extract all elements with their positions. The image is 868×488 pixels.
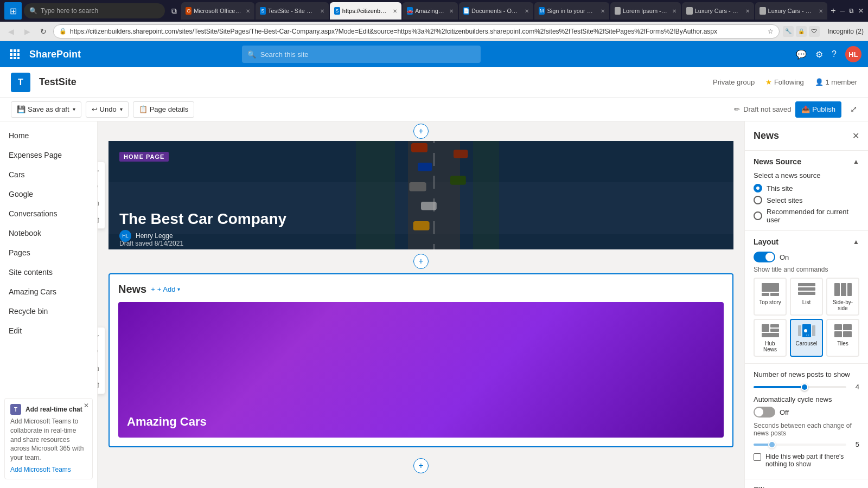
news-source-collapse-button[interactable]: ▲ [853, 158, 859, 165]
show-title-toggle[interactable] [754, 252, 775, 262]
page-details-button[interactable]: 📋 Page details [133, 101, 195, 118]
help-icon[interactable]: ? [832, 49, 837, 59]
ext-icon-1[interactable]: 🔧 [783, 26, 794, 37]
browser-tab-0[interactable]: O Microsoft Office Home ✕ [181, 2, 254, 20]
taskbar-minimize-icon[interactable]: ─ [840, 7, 845, 15]
tab-close-icon[interactable]: ✕ [819, 8, 823, 14]
tab-close-icon[interactable]: ✕ [246, 8, 250, 14]
undo-chevron[interactable]: ▾ [120, 106, 123, 112]
forward-button[interactable]: ▶ [21, 25, 34, 38]
nav-recycle-bin[interactable]: Recycle bin [0, 301, 97, 321]
browser-tab-8[interactable]: Luxury Cars - Sedans ✕ [755, 2, 827, 20]
panel-close-button[interactable]: ✕ [852, 131, 859, 141]
radio-this-site[interactable]: This site [754, 184, 859, 192]
nav-amazing-cars[interactable]: Amazing Cars [0, 282, 97, 301]
sharepoint-logo[interactable]: SharePoint [29, 49, 81, 60]
layout-list[interactable]: List [790, 278, 823, 316]
new-tab-button[interactable]: + [828, 4, 838, 18]
taskbar-search[interactable]: 🔍 Type here to search [24, 3, 165, 18]
taskbar-taskview[interactable]: ⧉ [169, 4, 179, 18]
windows-start-button[interactable]: ⊞ [4, 2, 22, 20]
edit-webpart-button[interactable]: ✏ [98, 163, 104, 178]
browser-tab-6[interactable]: Lorem Ipsum - All the ✕ [610, 2, 681, 20]
browser-tab-4[interactable]: 📄 Documents - OneDrive ✕ [459, 2, 533, 20]
layout-side-by-side[interactable]: Side-by-side [826, 278, 859, 316]
browser-tab-5[interactable]: M Sign in to your accou... ✕ [534, 2, 609, 20]
chat-promo-close-button[interactable]: ✕ [84, 402, 89, 409]
members-label[interactable]: 👤 1 member [815, 78, 857, 86]
layout-carousel[interactable]: Carousel [790, 319, 823, 357]
following-button[interactable]: ★ Following [765, 78, 804, 86]
duplicate-webpart-button[interactable]: ⧉ [98, 196, 104, 211]
tab-close-icon[interactable]: ✕ [320, 8, 324, 14]
tab-close-icon[interactable]: ✕ [745, 8, 750, 14]
save-draft-chevron[interactable]: ▾ [73, 106, 75, 112]
back-button[interactable]: ◀ [4, 25, 17, 38]
taskbar-close-icon[interactable]: ✕ [858, 7, 864, 15]
svg-point-38 [804, 329, 807, 332]
bookmark-icon[interactable]: ☆ [768, 28, 774, 35]
hide-webpart-checkbox[interactable] [754, 453, 761, 461]
search-icon: 🔍 [29, 7, 37, 15]
add-section-button-bottom[interactable]: + [413, 458, 429, 473]
auto-cycle-toggle[interactable] [754, 407, 775, 418]
news-image: Amazing Cars [118, 302, 724, 438]
address-bar[interactable]: 🔒 https://citizenbuilders.sharepoint.com… [53, 24, 780, 38]
add-section-button-middle[interactable]: + [413, 254, 429, 269]
radio-recommended[interactable]: Recommended for current user [754, 208, 859, 224]
publish-button[interactable]: 📤 Publish [795, 101, 841, 118]
nav-home[interactable]: Home [0, 126, 97, 145]
browser-tab-7[interactable]: Luxury Cars - Sedans ✕ [682, 2, 754, 20]
tab-close-icon[interactable]: ✕ [672, 8, 676, 14]
svg-rect-0 [10, 49, 12, 52]
move-news-button[interactable]: ⤢ [98, 345, 104, 360]
user-avatar[interactable]: HL [845, 46, 861, 62]
nav-site-contents[interactable]: Site contents [0, 262, 97, 282]
taskbar-restore-icon[interactable]: ⧉ [849, 7, 854, 15]
layout-tiles[interactable]: Tiles [826, 319, 859, 357]
save-draft-button[interactable]: 💾 Save as draft ▾ [11, 101, 81, 118]
svg-rect-31 [762, 324, 769, 332]
browser-tab-2[interactable]: S https://citizenbuilders. ✕ [330, 2, 401, 20]
nav-conversations[interactable]: Conversations [0, 204, 97, 223]
hide-webpart-label: Hide this web part if there's nothing to… [765, 453, 859, 468]
chat-icon[interactable]: 💬 [796, 49, 807, 60]
move-webpart-button[interactable]: ⤢ [98, 179, 104, 195]
layout-hub-news[interactable]: Hub News [754, 319, 787, 357]
nav-notebook[interactable]: Notebook [0, 223, 97, 243]
sharepoint-search[interactable]: 🔍 Search this site [242, 46, 481, 63]
news-add-button[interactable]: + + Add ▾ [151, 285, 180, 293]
seconds-slider[interactable] [754, 444, 846, 446]
duplicate-news-button[interactable]: ⧉ [98, 361, 104, 376]
browser-tab-3[interactable]: 🚗 Amazing Cars ✕ [403, 2, 458, 20]
refresh-button[interactable]: ↻ [37, 25, 50, 38]
delete-news-button[interactable]: 🗑 [98, 377, 104, 393]
nav-pages[interactable]: Pages [0, 243, 97, 262]
nav-cars[interactable]: Cars [0, 165, 97, 184]
tab-close-icon[interactable]: ✕ [449, 8, 454, 14]
add-section-button-top[interactable]: + [413, 124, 429, 139]
nav-google[interactable]: Google [0, 184, 97, 204]
nav-edit[interactable]: Edit [0, 321, 97, 341]
radio-select-sites[interactable]: Select sites [754, 196, 859, 204]
settings-icon[interactable]: ⚙ [815, 49, 823, 60]
undo-button[interactable]: ↩ Undo ▾ [86, 101, 129, 118]
app-launcher-button[interactable] [7, 46, 23, 62]
browser-tab-1[interactable]: S TestSite - Site Pages - ✕ [256, 2, 329, 20]
ext-icon-2[interactable]: 🔒 [796, 26, 807, 37]
news-count-thumb[interactable] [801, 383, 808, 391]
tab-close-icon[interactable]: ✕ [601, 8, 605, 14]
ext-icon-3[interactable]: 🛡 [809, 26, 820, 37]
edit-news-button[interactable]: ✏ [98, 329, 104, 344]
chat-promo-link[interactable]: Add Microsoft Teams [10, 466, 87, 473]
site-title: TestSite [39, 76, 76, 88]
news-count-slider[interactable] [754, 386, 846, 388]
delete-webpart-button[interactable]: 🗑 [98, 212, 104, 227]
layout-top-story[interactable]: Top story [754, 278, 787, 316]
layout-collapse-button[interactable]: ▲ [853, 238, 859, 246]
seconds-thumb[interactable] [768, 441, 776, 448]
expand-button[interactable]: ⤢ [850, 104, 857, 114]
nav-expenses[interactable]: Expenses Page [0, 145, 97, 165]
tab-close-icon[interactable]: ✕ [393, 8, 397, 14]
tab-close-icon[interactable]: ✕ [525, 8, 529, 14]
